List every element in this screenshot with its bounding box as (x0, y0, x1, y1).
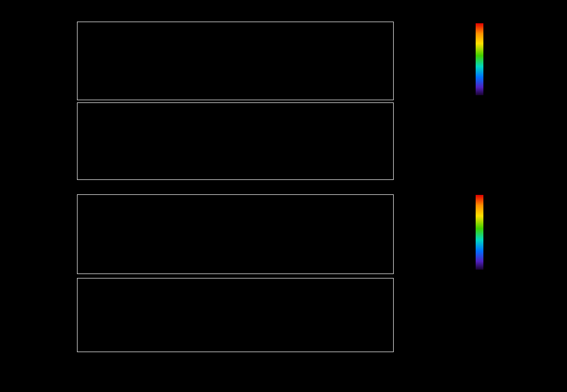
els-spectrogram-canvas (77, 22, 394, 100)
vex-quicklook-plot (0, 0, 567, 392)
colorbar-ei (476, 23, 483, 95)
ima-spectrogram-canvas (77, 194, 394, 274)
colorbar-def (476, 195, 483, 270)
intensity-bfield-canvas (77, 102, 394, 180)
altitude-sza-canvas (77, 278, 394, 352)
